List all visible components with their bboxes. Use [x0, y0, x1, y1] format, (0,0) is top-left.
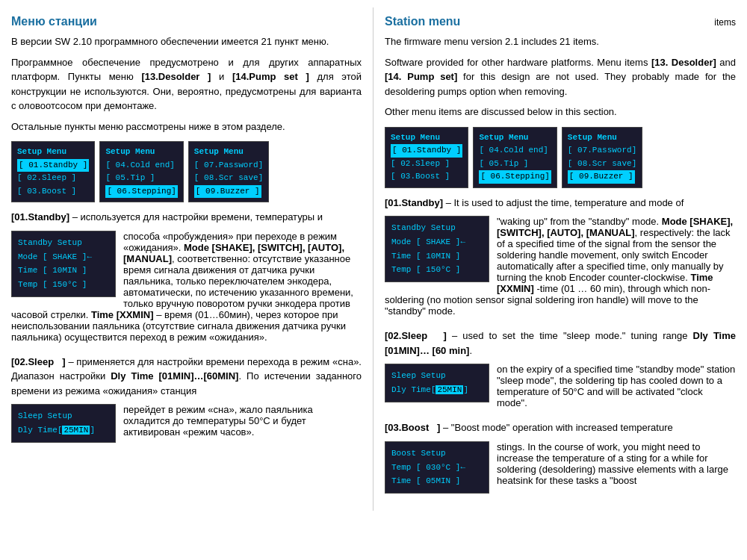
left-para3: Остальные пункты меню рассмотрены ниже в… — [11, 119, 362, 134]
right-column: Station menu items The firmware menu ver… — [374, 7, 747, 511]
right-sleep-para: [02.Sleep ] – used to set the time "slee… — [385, 329, 736, 358]
left-sleep-para: [02.Sleep ] – применяется для настройки … — [11, 355, 362, 399]
screen-2: Setup Menu [ 04.Cold end] [ 05.Tip ] [ 0… — [99, 141, 183, 202]
left-para1: В версии SW 2.10 программного обеспечени… — [11, 34, 362, 49]
right-sleep-section: [02.Sleep ] – used to set the time "slee… — [385, 329, 736, 414]
right-standby-para: [01.Standby] – It is used to adjust the … — [385, 196, 736, 211]
left-column: Меню станции В версии SW 2.10 программно… — [0, 7, 374, 511]
left-sleep-section: [02.Sleep ] – применяется для настройки … — [11, 355, 362, 438]
left-menu-screens: Setup Menu [ 01.Standby ] [ 02.Sleep ] [… — [11, 141, 362, 202]
right-para1: The firmware menu version 2.1 includes 2… — [385, 34, 736, 49]
left-para2: Программное обеспечение предусмотрено и … — [11, 55, 362, 113]
right-standby-section: [01.Standby] – It is used to adjust the … — [385, 196, 736, 323]
right-boost-section: [03.Boost ] – "Boost mode" operation wit… — [385, 420, 736, 497]
screen-1: Setup Menu [ 01.Standby ] [ 02.Sleep ] [… — [11, 141, 95, 202]
right-boost-box: Boost Setup Temp [ 030°C ]← Time [ 05MIN… — [385, 441, 489, 494]
right-title: Station menu items — [385, 15, 736, 28]
right-menu-screens: Setup Menu [ 01.Standby ] [ 02.Sleep ] [… — [385, 127, 736, 188]
screen-3: Setup Menu [ 07.Password] [ 08.Scr save]… — [188, 141, 269, 202]
right-para3: Other menu items are discussed below in … — [385, 105, 736, 119]
left-standby-section: [01.Standby] – используется для настройк… — [11, 210, 362, 349]
left-standby-para: [01.Standby] – используется для настройк… — [11, 210, 362, 225]
right-title-text: Station menu — [385, 15, 460, 28]
right-standby-box: Standby Setup Mode [ SHAKE ]← Time [ 10M… — [385, 216, 489, 282]
right-screen-3: Setup Menu [ 07.Password] [ 08.Scr save]… — [562, 127, 642, 188]
left-title: Меню станции — [11, 15, 362, 28]
right-screen-1: Setup Menu [ 01.Standby ] [ 02.Sleep ] [… — [385, 127, 468, 188]
right-para2: Software provided for other hardware pla… — [385, 55, 736, 99]
left-sleep-box: Sleep Setup Dly Time[25MIN] — [11, 404, 116, 442]
items-badge: items — [714, 17, 736, 28]
left-standby-box: Standby Setup Mode [ SHAKE ]← Time [ 10M… — [11, 231, 116, 297]
right-boost-para: [03.Boost ] – "Boost mode" operation wit… — [385, 420, 736, 435]
right-sleep-box: Sleep Setup Dly Time[25MIN] — [385, 364, 489, 402]
right-screen-2: Setup Menu [ 04.Cold end] [ 05.Tip ] [ 0… — [473, 127, 557, 188]
page-container: Меню станции В версии SW 2.10 программно… — [0, 0, 747, 518]
